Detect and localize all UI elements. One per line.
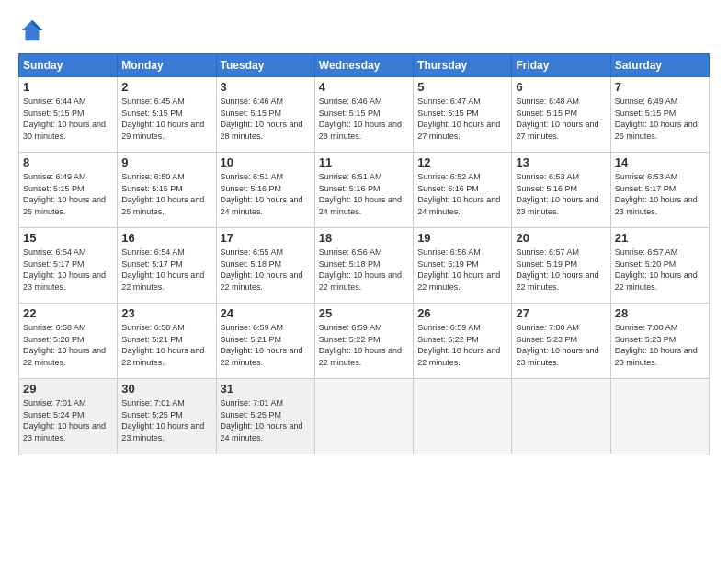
day-number: 10 bbox=[221, 155, 311, 169]
day-cell: 8Sunrise: 6:49 AMSunset: 5:15 PMDaylight… bbox=[19, 153, 118, 228]
day-number: 31 bbox=[221, 382, 311, 396]
day-info: Sunrise: 6:50 AMSunset: 5:15 PMDaylight:… bbox=[121, 172, 204, 216]
day-info: Sunrise: 6:52 AMSunset: 5:16 PMDaylight:… bbox=[417, 172, 500, 216]
day-info: Sunrise: 6:53 AMSunset: 5:16 PMDaylight:… bbox=[516, 172, 598, 216]
day-cell: 26Sunrise: 6:59 AMSunset: 5:22 PMDayligh… bbox=[414, 304, 512, 379]
day-info: Sunrise: 7:00 AMSunset: 5:23 PMDaylight:… bbox=[516, 323, 598, 367]
day-number: 11 bbox=[319, 155, 409, 169]
day-number: 27 bbox=[516, 306, 606, 320]
day-cell: 29Sunrise: 7:01 AMSunset: 5:24 PMDayligh… bbox=[19, 379, 118, 454]
day-cell: 9Sunrise: 6:50 AMSunset: 5:15 PMDaylight… bbox=[118, 153, 216, 228]
col-header-wednesday: Wednesday bbox=[314, 54, 413, 77]
day-cell: 5Sunrise: 6:47 AMSunset: 5:15 PMDaylight… bbox=[414, 77, 512, 153]
day-info: Sunrise: 7:01 AMSunset: 5:25 PMDaylight:… bbox=[221, 398, 303, 442]
week-row-3: 15Sunrise: 6:54 AMSunset: 5:17 PMDayligh… bbox=[19, 228, 710, 304]
day-info: Sunrise: 6:46 AMSunset: 5:15 PMDaylight:… bbox=[319, 97, 402, 141]
day-cell: 13Sunrise: 6:53 AMSunset: 5:16 PMDayligh… bbox=[512, 153, 610, 228]
day-info: Sunrise: 6:49 AMSunset: 5:15 PMDaylight:… bbox=[615, 97, 698, 141]
week-row-4: 22Sunrise: 6:58 AMSunset: 5:20 PMDayligh… bbox=[19, 304, 710, 379]
day-number: 7 bbox=[615, 80, 705, 94]
day-number: 15 bbox=[23, 231, 113, 245]
day-info: Sunrise: 6:58 AMSunset: 5:20 PMDaylight:… bbox=[23, 323, 106, 367]
week-row-1: 1Sunrise: 6:44 AMSunset: 5:15 PMDaylight… bbox=[19, 77, 710, 153]
day-cell: 28Sunrise: 7:00 AMSunset: 5:23 PMDayligh… bbox=[610, 304, 709, 379]
day-cell: 3Sunrise: 6:46 AMSunset: 5:15 PMDaylight… bbox=[216, 77, 314, 153]
day-cell: 19Sunrise: 6:56 AMSunset: 5:19 PMDayligh… bbox=[414, 228, 512, 304]
day-number: 16 bbox=[121, 231, 211, 245]
day-cell: 6Sunrise: 6:48 AMSunset: 5:15 PMDaylight… bbox=[512, 77, 610, 153]
day-cell: 25Sunrise: 6:59 AMSunset: 5:22 PMDayligh… bbox=[314, 304, 413, 379]
day-number: 1 bbox=[23, 80, 113, 94]
day-cell: 16Sunrise: 6:54 AMSunset: 5:17 PMDayligh… bbox=[118, 228, 216, 304]
day-info: Sunrise: 6:59 AMSunset: 5:22 PMDaylight:… bbox=[417, 323, 500, 367]
day-number: 20 bbox=[516, 231, 606, 245]
day-number: 23 bbox=[121, 306, 211, 320]
day-number: 14 bbox=[615, 155, 705, 169]
page-container: SundayMondayTuesdayWednesdayThursdayFrid… bbox=[0, 0, 728, 464]
day-cell bbox=[314, 379, 413, 454]
day-number: 26 bbox=[417, 306, 507, 320]
day-number: 21 bbox=[615, 231, 705, 245]
day-number: 4 bbox=[319, 80, 409, 94]
day-cell: 23Sunrise: 6:58 AMSunset: 5:21 PMDayligh… bbox=[118, 304, 216, 379]
header-row: SundayMondayTuesdayWednesdayThursdayFrid… bbox=[19, 54, 710, 77]
day-cell: 1Sunrise: 6:44 AMSunset: 5:15 PMDaylight… bbox=[19, 77, 118, 153]
day-number: 2 bbox=[121, 80, 211, 94]
day-info: Sunrise: 6:55 AMSunset: 5:18 PMDaylight:… bbox=[221, 247, 303, 292]
day-info: Sunrise: 6:51 AMSunset: 5:16 PMDaylight:… bbox=[221, 172, 303, 216]
week-row-2: 8Sunrise: 6:49 AMSunset: 5:15 PMDaylight… bbox=[19, 153, 710, 228]
day-info: Sunrise: 6:54 AMSunset: 5:17 PMDaylight:… bbox=[121, 247, 204, 292]
day-info: Sunrise: 6:59 AMSunset: 5:22 PMDaylight:… bbox=[319, 323, 402, 367]
day-info: Sunrise: 6:49 AMSunset: 5:15 PMDaylight:… bbox=[23, 172, 106, 216]
logo bbox=[18, 17, 50, 44]
day-cell: 12Sunrise: 6:52 AMSunset: 5:16 PMDayligh… bbox=[414, 153, 512, 228]
day-number: 19 bbox=[417, 231, 507, 245]
day-number: 18 bbox=[319, 231, 409, 245]
day-info: Sunrise: 6:46 AMSunset: 5:15 PMDaylight:… bbox=[221, 97, 303, 141]
day-cell: 7Sunrise: 6:49 AMSunset: 5:15 PMDaylight… bbox=[610, 77, 709, 153]
day-number: 24 bbox=[221, 306, 311, 320]
day-number: 29 bbox=[23, 382, 113, 396]
day-cell: 24Sunrise: 6:59 AMSunset: 5:21 PMDayligh… bbox=[216, 304, 314, 379]
col-header-tuesday: Tuesday bbox=[216, 54, 314, 77]
day-cell: 22Sunrise: 6:58 AMSunset: 5:20 PMDayligh… bbox=[19, 304, 118, 379]
day-cell: 11Sunrise: 6:51 AMSunset: 5:16 PMDayligh… bbox=[314, 153, 413, 228]
day-cell: 10Sunrise: 6:51 AMSunset: 5:16 PMDayligh… bbox=[216, 153, 314, 228]
day-cell bbox=[512, 379, 610, 454]
day-info: Sunrise: 6:58 AMSunset: 5:21 PMDaylight:… bbox=[121, 323, 204, 367]
day-info: Sunrise: 6:54 AMSunset: 5:17 PMDaylight:… bbox=[23, 247, 106, 292]
day-info: Sunrise: 6:56 AMSunset: 5:18 PMDaylight:… bbox=[319, 247, 402, 292]
day-cell: 17Sunrise: 6:55 AMSunset: 5:18 PMDayligh… bbox=[216, 228, 314, 304]
header bbox=[18, 17, 710, 44]
day-info: Sunrise: 6:56 AMSunset: 5:19 PMDaylight:… bbox=[417, 247, 500, 292]
day-number: 6 bbox=[516, 80, 606, 94]
col-header-sunday: Sunday bbox=[19, 54, 118, 77]
col-header-saturday: Saturday bbox=[610, 54, 709, 77]
col-header-friday: Friday bbox=[512, 54, 610, 77]
day-cell: 18Sunrise: 6:56 AMSunset: 5:18 PMDayligh… bbox=[314, 228, 413, 304]
day-info: Sunrise: 6:57 AMSunset: 5:20 PMDaylight:… bbox=[615, 247, 698, 292]
day-info: Sunrise: 6:45 AMSunset: 5:15 PMDaylight:… bbox=[121, 97, 204, 141]
day-info: Sunrise: 6:44 AMSunset: 5:15 PMDaylight:… bbox=[23, 97, 106, 141]
day-info: Sunrise: 7:01 AMSunset: 5:24 PMDaylight:… bbox=[23, 398, 106, 442]
day-number: 8 bbox=[23, 155, 113, 169]
day-number: 13 bbox=[516, 155, 606, 169]
day-cell: 31Sunrise: 7:01 AMSunset: 5:25 PMDayligh… bbox=[216, 379, 314, 454]
day-cell: 15Sunrise: 6:54 AMSunset: 5:17 PMDayligh… bbox=[19, 228, 118, 304]
day-number: 28 bbox=[615, 306, 705, 320]
day-number: 9 bbox=[121, 155, 211, 169]
day-info: Sunrise: 6:59 AMSunset: 5:21 PMDaylight:… bbox=[221, 323, 303, 367]
day-number: 22 bbox=[23, 306, 113, 320]
col-header-thursday: Thursday bbox=[414, 54, 512, 77]
day-number: 17 bbox=[221, 231, 311, 245]
day-cell: 2Sunrise: 6:45 AMSunset: 5:15 PMDaylight… bbox=[118, 77, 216, 153]
day-info: Sunrise: 6:48 AMSunset: 5:15 PMDaylight:… bbox=[516, 97, 598, 141]
logo-icon bbox=[18, 17, 46, 44]
day-info: Sunrise: 6:57 AMSunset: 5:19 PMDaylight:… bbox=[516, 247, 598, 292]
day-number: 12 bbox=[417, 155, 507, 169]
day-cell: 14Sunrise: 6:53 AMSunset: 5:17 PMDayligh… bbox=[610, 153, 709, 228]
day-number: 25 bbox=[319, 306, 409, 320]
day-number: 30 bbox=[121, 382, 211, 396]
day-cell bbox=[414, 379, 512, 454]
day-info: Sunrise: 7:00 AMSunset: 5:23 PMDaylight:… bbox=[615, 323, 698, 367]
